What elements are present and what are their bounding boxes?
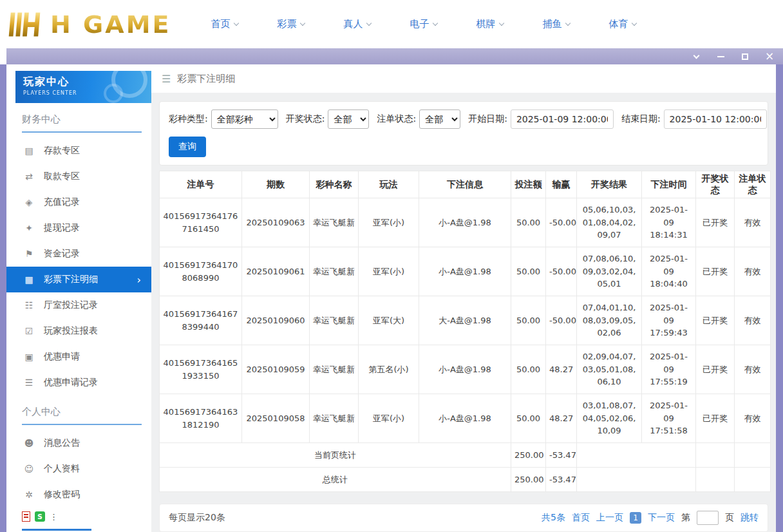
cell-draw-status: 已开奖 [696, 345, 735, 394]
summary-label: 当前页统计 [160, 443, 511, 468]
column-header: 开奖状态 [696, 171, 735, 198]
promo-apply-icon: ▣ [24, 352, 34, 362]
column-header: 期数 [242, 171, 310, 198]
cell-period: 20250109059 [242, 345, 310, 394]
sidebar-item-promo-apply-record[interactable]: ☰优惠申请记录 [6, 370, 151, 395]
sidebar-item-recharge-record[interactable]: ◈充值记录 [6, 189, 151, 215]
lottery-bet-detail-icon: ▦ [24, 274, 34, 285]
sidebar-item-lottery-bet-detail[interactable]: ▦彩票下注明细› [6, 267, 151, 292]
sidebar-item-withdraw-record[interactable]: ✦提现记录 [6, 215, 151, 241]
sidebar-item-label: 取款专区 [44, 171, 80, 182]
nav-item-label: 捕鱼 [542, 18, 561, 30]
more-dots-icon[interactable]: ⋮ [50, 512, 58, 522]
summary-empty [735, 468, 771, 492]
window-minimize-button[interactable] [716, 52, 725, 61]
summary-row-total: 总统计 250.00 -53.47 [160, 468, 771, 492]
top-navigation: 首页 彩票 真人 电子 棋牌 捕鱼 体育 [211, 18, 636, 30]
sidebar-item-profile[interactable]: ☺个人资料 [6, 456, 151, 482]
summary-label: 总统计 [160, 468, 511, 492]
nav-item-live[interactable]: 真人 [343, 18, 371, 30]
finance-menu: ▤存款专区 ⇄取款专区 ◈充值记录 ✦提现记录 ⚑资金记录 ▦彩票下注明细› ☷… [6, 138, 151, 395]
sidebar-item-withdraw[interactable]: ⇄取款专区 [6, 164, 151, 189]
profile-icon: ☺ [24, 464, 34, 474]
cell-period: 20250109058 [242, 394, 310, 443]
end-date-input[interactable] [664, 109, 767, 129]
sidebar-item-label: 存款专区 [44, 145, 80, 157]
window-maximize-button[interactable] [741, 52, 750, 61]
summary-empty [696, 468, 735, 492]
logo[interactable]: H GAME [6, 9, 171, 40]
jump-button[interactable]: 跳转 [741, 512, 759, 524]
cell-bet-id: 401569173641708068990 [160, 247, 242, 296]
window-collapse-button[interactable] [692, 52, 701, 61]
cell-play-type: 亚军(小) [359, 247, 419, 296]
sidebar-item-label: 修改密码 [44, 489, 80, 500]
sidebar-item-promo-apply[interactable]: ▣优惠申请 [6, 344, 151, 370]
cell-order-status: 有效 [735, 296, 771, 345]
nav-item-electronic[interactable]: 电子 [410, 18, 437, 30]
search-button[interactable]: 查询 [169, 137, 206, 157]
column-header: 注单号 [160, 171, 242, 198]
chevron-down-icon [693, 52, 699, 59]
nav-item-label: 棋牌 [476, 18, 495, 30]
draw-status-filter: 开奖状态: 全部 [286, 109, 370, 129]
sidebar-item-label: 消息公告 [44, 437, 80, 449]
sidebar-item-funds-record[interactable]: ⚑资金记录 [6, 241, 151, 267]
withdraw-record-icon: ✦ [24, 223, 34, 233]
window-close-button[interactable]: × [765, 52, 774, 61]
cell-bet-info: 大-A盘@1.98 [419, 296, 511, 345]
chevron-down-icon [565, 21, 571, 26]
window-titlebar: × [6, 48, 783, 64]
chevron-down-icon [366, 21, 372, 26]
sidebar-item-label: 提现记录 [44, 222, 80, 234]
next-page-link[interactable]: 下一页 [648, 512, 675, 524]
password-icon: ✲ [24, 489, 34, 500]
top-site-bar: H GAME 首页 彩票 真人 电子 棋牌 捕鱼 体育 [0, 0, 783, 48]
withdraw-icon: ⇄ [24, 171, 34, 182]
s-app-icon[interactable]: S [35, 511, 45, 522]
bet-table-panel: 注单号 期数 彩种名称 玩法 下注信息 投注额 输赢 开奖结果 下注时间 开奖状… [159, 171, 768, 492]
nav-item-label: 彩票 [277, 18, 296, 30]
maximize-icon [742, 53, 748, 60]
order-status-filter: 注单状态: 全部 [377, 109, 460, 129]
cell-win-loss: 48.27 [546, 345, 577, 394]
nav-item-home[interactable]: 首页 [211, 18, 238, 30]
nav-item-sports[interactable]: 体育 [608, 18, 636, 30]
lottery-type-filter: 彩种类型: 全部彩种 [169, 109, 278, 129]
start-date-input[interactable] [511, 109, 614, 129]
page-jump-input[interactable] [697, 511, 719, 525]
section-title-personal: 个人中心 [22, 406, 142, 425]
logo-text: H GAME [50, 10, 171, 39]
document-app-icon[interactable] [22, 511, 30, 522]
cell-win-loss: -50.00 [546, 198, 577, 247]
sidebar-item-hall-bet-record[interactable]: ☷厅室投注记录 [6, 292, 151, 318]
cell-bet-time: 2025-01-09 17:55:19 [642, 345, 696, 394]
sidebar-item-deposit[interactable]: ▤存款专区 [6, 138, 151, 164]
players-center-header: 玩家中心 PLAYERS CENTER [15, 71, 151, 103]
first-page-link[interactable]: 首页 [572, 512, 590, 524]
sidebar-item-change-password[interactable]: ✲修改密码 [6, 482, 151, 508]
promo-apply-record-icon: ☰ [24, 377, 34, 388]
current-page-indicator[interactable]: 1 [630, 512, 641, 524]
cell-bet-amount: 50.00 [511, 247, 546, 296]
cell-draw-result: 07,04,01,10,08,03,09,05,02,06 [577, 296, 642, 345]
order-status-select[interactable]: 全部 [419, 109, 460, 129]
summary-row-current-page: 当前页统计 250.00 -53.47 [160, 443, 771, 468]
column-header: 下注信息 [419, 171, 511, 198]
sidebar-item-messages[interactable]: ☻消息公告 [6, 430, 151, 456]
filter-row: 彩种类型: 全部彩种 开奖状态: 全部 注单状态: [169, 109, 759, 129]
sidebar-item-player-report[interactable]: ☑玩家投注报表 [6, 318, 151, 344]
column-header: 玩法 [359, 171, 419, 198]
players-center-title: 玩家中心 [23, 75, 144, 89]
cell-bet-info: 小-A盘@1.98 [419, 247, 511, 296]
column-header: 投注额 [511, 171, 546, 198]
draw-status-select[interactable]: 全部 [328, 109, 369, 129]
nav-item-chess[interactable]: 棋牌 [476, 18, 504, 30]
nav-item-fishing[interactable]: 捕鱼 [542, 18, 570, 30]
lottery-type-select[interactable]: 全部彩种 [211, 109, 278, 129]
prev-page-link[interactable]: 上一页 [596, 512, 623, 524]
menu-icon[interactable]: ☰ [162, 73, 171, 85]
column-header: 输赢 [546, 171, 577, 198]
pagination-bar: 每页显示20条 共5条 首页 上一页 1 下一页 第 页 跳转 [159, 504, 768, 532]
nav-item-lottery[interactable]: 彩票 [277, 18, 305, 30]
